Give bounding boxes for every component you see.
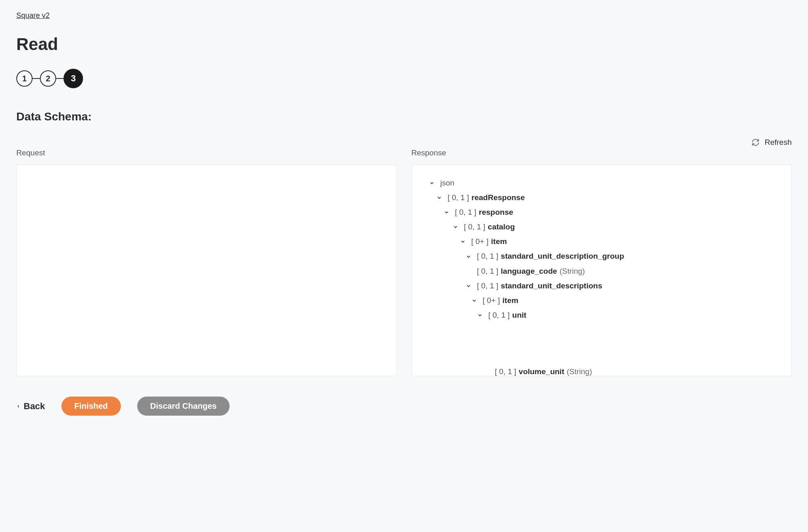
tree-node-type: (String) — [567, 364, 592, 376]
response-panel: Response json[ 0, 1 ] readResponse[ 0, 1… — [412, 148, 792, 376]
chevron-down-icon — [436, 195, 442, 201]
footer-actions: Back Finished Discard Changes — [16, 397, 792, 416]
tree-node-name: unit — [512, 308, 526, 323]
section-title: Data Schema: — [16, 110, 792, 123]
refresh-label: Refresh — [764, 138, 792, 147]
tree-row[interactable]: [ 0, 1 ] response — [420, 205, 784, 220]
request-label: Request — [16, 148, 397, 157]
schema-panels: Request Response json[ 0, 1 ] readRespon… — [16, 148, 792, 376]
tree-range: [ 0, 1 ] — [488, 308, 510, 323]
tree-node-type: (String) — [560, 264, 585, 279]
tree-row[interactable]: [ 0+ ] item — [420, 293, 784, 308]
response-tree: json[ 0, 1 ] readResponse[ 0, 1 ] respon… — [420, 176, 784, 323]
refresh-icon — [751, 138, 760, 146]
back-label: Back — [24, 401, 45, 412]
request-box — [16, 165, 397, 376]
tree-row[interactable]: [ 0, 1 ] standard_unit_description_group — [420, 249, 784, 264]
chevron-down-icon — [453, 224, 458, 230]
step-connector — [56, 78, 64, 79]
tree-row[interactable]: [ 0, 1 ] unit — [420, 308, 784, 323]
tree-range: [ 0+ ] — [483, 293, 500, 308]
page-title: Read — [16, 35, 792, 54]
tree-row[interactable]: json — [420, 176, 784, 190]
tree-row[interactable]: [ 0, 1 ] readResponse — [420, 190, 784, 205]
chevron-down-icon — [429, 180, 435, 186]
tree-node-name: item — [502, 293, 518, 308]
chevron-down-icon — [466, 254, 471, 259]
response-label: Response — [412, 148, 792, 157]
tree-range: [ 0, 1 ] — [455, 205, 477, 220]
tree-node-name: catalog — [488, 220, 515, 234]
tree-range: [ 0, 1 ] — [477, 279, 499, 293]
tree-range: [ 0, 1 ] — [464, 220, 486, 234]
tree-range: [ 0, 1 ] — [448, 190, 469, 205]
tree-range: [ 0, 1 ] — [477, 249, 499, 264]
tree-node-name: volume_unit — [519, 364, 564, 376]
tree-row[interactable]: [ 0+ ] item — [420, 234, 784, 249]
request-panel: Request — [16, 148, 397, 376]
step-connector — [33, 78, 40, 79]
tree-node-name: language_code — [501, 264, 557, 279]
tree-range: [ 0, 1 ] — [477, 264, 499, 279]
chevron-down-icon — [471, 298, 477, 303]
step-2[interactable]: 2 — [40, 70, 56, 87]
tree-node-name: item — [491, 234, 507, 249]
tree-node-name: json — [440, 176, 455, 190]
tree-node-name: readResponse — [471, 190, 525, 205]
tree-row[interactable]: [ 0, 1 ] catalog — [420, 220, 784, 234]
finished-button[interactable]: Finished — [61, 397, 121, 416]
response-box: json[ 0, 1 ] readResponse[ 0, 1 ] respon… — [412, 165, 792, 376]
tree-node-name: standard_unit_descriptions — [501, 279, 602, 293]
tree-row: [ 0, 1 ] language_code(String) — [420, 264, 784, 279]
discard-changes-button[interactable]: Discard Changes — [137, 397, 230, 416]
back-button[interactable]: Back — [16, 401, 45, 412]
chevron-left-icon — [16, 404, 20, 408]
chevron-down-icon — [460, 239, 466, 244]
stepper: 1 2 3 — [16, 69, 792, 88]
chevron-down-icon — [477, 312, 483, 318]
tree-row: [ 0, 1 ] volume_unit(String) — [420, 364, 784, 376]
tree-row[interactable]: [ 0, 1 ] standard_unit_descriptions — [420, 279, 784, 293]
refresh-button[interactable]: Refresh — [16, 138, 792, 147]
tree-range: [ 0+ ] — [471, 234, 489, 249]
chevron-down-icon — [444, 209, 449, 215]
step-3[interactable]: 3 — [64, 69, 83, 88]
chevron-down-icon — [466, 283, 471, 289]
tree-range: [ 0, 1 ] — [495, 364, 517, 376]
tree-node-name: response — [479, 205, 513, 220]
breadcrumb-link[interactable]: Square v2 — [16, 11, 50, 20]
step-1[interactable]: 1 — [16, 70, 33, 87]
tree-node-name: standard_unit_description_group — [501, 249, 624, 264]
